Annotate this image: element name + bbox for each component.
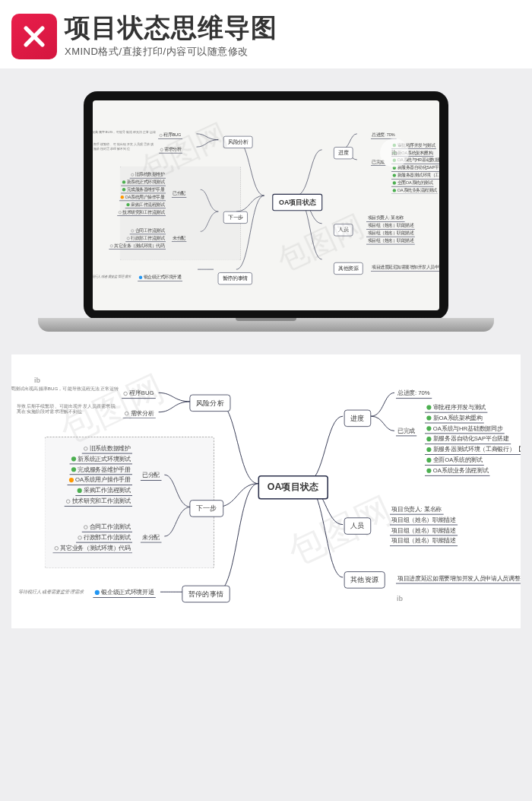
leaf-done-label: 已完成 bbox=[371, 159, 386, 166]
node-pending[interactable]: 暂停的事情 bbox=[218, 272, 252, 284]
leaf-note: 本周测试出现高频率BUG，可能导致流程无法正常运转 bbox=[93, 129, 157, 135]
node-risk[interactable]: 风险分析 bbox=[189, 395, 230, 412]
center-node[interactable]: OA项目状态 bbox=[272, 194, 322, 211]
leaf-note: 本周测试出现高频率BUG，可能导致流程无法正常运转 bbox=[11, 385, 121, 393]
node-next[interactable]: 下一步 bbox=[189, 500, 223, 517]
mindmap-preview-small: OA项目状态 风险分析 程序BUG 本周测试出现高频率BUG，可能导致流程无法正… bbox=[99, 112, 439, 310]
node-progress[interactable]: 进度 bbox=[334, 147, 353, 159]
center-node[interactable]: OA项目状态 bbox=[258, 475, 328, 500]
page-title: 项目状态思维导图 bbox=[65, 14, 521, 42]
leaf-total: 总进度: 70% bbox=[396, 389, 432, 399]
leaf: 需求分析 bbox=[159, 146, 182, 153]
node-other[interactable]: 其他资源 bbox=[344, 571, 385, 588]
leaf-done-label: 已完成 bbox=[396, 426, 417, 436]
leaf-total: 总进度: 70% bbox=[371, 132, 397, 138]
leaf-note: 导致后期手续繁琐、可能出现开发人员跟需求脱离在实施阶段对需求理解不到位 bbox=[93, 142, 157, 151]
mindmap-detail: 包图网 包图网 ib ib OA项目状态 风险分析 程序BUG 本周测试出现高频… bbox=[11, 354, 521, 628]
leaf: 程序BUG bbox=[122, 389, 155, 399]
node-risk[interactable]: 风险分析 bbox=[223, 136, 253, 148]
node-pending[interactable]: 暂停的事情 bbox=[182, 586, 230, 602]
header: 项目状态思维导图 XMIND格式/直接打印/内容可以随意修改 bbox=[0, 0, 532, 68]
page-subtitle: XMIND格式/直接打印/内容可以随意修改 bbox=[65, 45, 521, 59]
svg-point-0 bbox=[31, 33, 36, 39]
node-people[interactable]: 人员 bbox=[334, 224, 353, 236]
leaf-note: 导致后期手续繁琐、可能出现开发人员跟需求脱离在实施阶段对需求理解不到位 bbox=[15, 402, 121, 415]
node-next[interactable]: 下一步 bbox=[223, 211, 248, 224]
xmind-logo bbox=[11, 14, 57, 59]
node-people[interactable]: 人员 bbox=[344, 517, 371, 534]
laptop-mockup: OA项目状态 风险分析 程序BUG 本周测试出现高频率BUG，可能导致流程无法正… bbox=[0, 68, 532, 339]
leaf: 需求分析 bbox=[123, 408, 156, 418]
node-other[interactable]: 其他资源 bbox=[334, 262, 363, 275]
mindmap-preview-large: OA项目状态 风险分析 程序BUG 本周测试出现高频率BUG，可能导致流程无法正… bbox=[15, 361, 518, 628]
node-progress[interactable]: 进度 bbox=[344, 410, 371, 427]
leaf: 程序BUG bbox=[158, 132, 182, 138]
